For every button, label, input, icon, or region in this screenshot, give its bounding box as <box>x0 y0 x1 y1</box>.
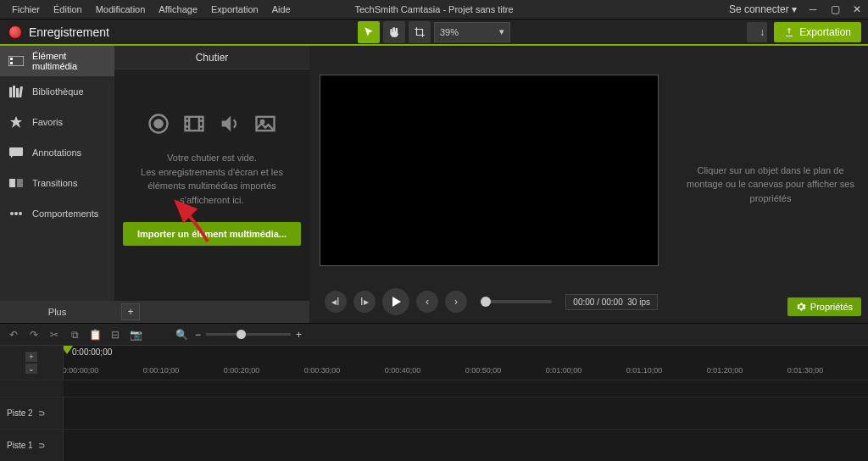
zoom-thumb[interactable] <box>236 330 246 339</box>
copy-button[interactable]: ⧉ <box>66 326 83 343</box>
sidebar-label: Annotations <box>32 147 81 158</box>
svg-rect-8 <box>9 179 15 187</box>
sidebar-item-annotations[interactable]: Annotations <box>0 137 114 168</box>
close-icon[interactable]: ✕ <box>851 3 863 15</box>
zoom-out-icon[interactable]: 🔍 <box>173 326 190 343</box>
svg-rect-0 <box>8 56 24 66</box>
tick: 0:00:40;00 <box>385 366 421 375</box>
add-media-button[interactable]: + <box>121 303 140 320</box>
play-button[interactable] <box>382 288 409 315</box>
props-button-label: Propriétés <box>810 302 853 312</box>
playhead-time: 0:00:00;00 <box>72 347 112 357</box>
zoom-value: 39% <box>440 27 459 37</box>
menu-exportation[interactable]: Exportation <box>204 4 265 14</box>
sidebar-more[interactable]: Plus <box>0 301 114 323</box>
sidebar: Élément multimédia Bibliothèque Favoris … <box>0 46 114 323</box>
undo-button[interactable]: ↶ <box>5 326 22 343</box>
preview-canvas[interactable] <box>320 75 659 266</box>
record-button[interactable]: Enregistrement <box>0 25 118 39</box>
maximize-icon[interactable]: ▢ <box>829 3 841 15</box>
sidebar-item-transitions[interactable]: Transitions <box>0 168 114 198</box>
playback-scrubber[interactable] <box>481 300 552 303</box>
sidebar-label: Comportements <box>32 208 98 219</box>
timeline-ruler[interactable]: 0:00:00;00 0:00:00;00 0:00:10;00 0:00:20… <box>64 346 868 380</box>
tick: 0:00:20;00 <box>224 366 260 375</box>
track-magnet-icon[interactable]: ⊃ <box>38 408 45 418</box>
tick: 0:01:30;00 <box>787 366 824 375</box>
sidebar-label: Favoris <box>32 117 63 127</box>
download-button[interactable]: ↓ <box>747 22 767 42</box>
svg-rect-3 <box>9 87 12 97</box>
more-label: Plus <box>48 307 66 317</box>
cut-button[interactable]: ✂ <box>46 326 63 343</box>
time-display: 00:00 / 00:00 30 ips <box>565 294 658 310</box>
track-controls: + ⌄ <box>0 346 64 380</box>
sidebar-item-media[interactable]: Élément multimédia <box>0 46 114 76</box>
signin-link[interactable]: Se connecter ▾ <box>729 3 797 15</box>
timeline-zoom-slider[interactable] <box>206 333 291 336</box>
snapshot-button[interactable]: 📷 <box>127 326 144 343</box>
svg-point-14 <box>154 119 162 127</box>
image-icon <box>253 112 277 136</box>
window-title: TechSmith Camtasia - Projet sans titre <box>354 4 513 14</box>
track-2[interactable] <box>64 397 868 429</box>
bin-title: Chutier <box>114 46 309 69</box>
preview-panel: ◂Ⅰ Ⅰ▸ ‹ › 00:00 / 00:00 30 ips <box>309 46 673 323</box>
toolbar: Enregistrement 39%▾ ↓ Exportation <box>0 19 868 46</box>
zoom-plus[interactable]: + <box>296 329 302 341</box>
menu-fichier[interactable]: Fichier <box>5 4 47 14</box>
media-icon <box>8 55 24 67</box>
menu-affichage[interactable]: Affichage <box>152 4 204 14</box>
pan-tool[interactable] <box>383 21 405 43</box>
add-track-button[interactable]: + <box>25 352 37 362</box>
redo-button[interactable]: ↷ <box>25 326 42 343</box>
step-forward-button[interactable]: › <box>445 291 467 313</box>
menu-modification[interactable]: Modification <box>89 4 153 14</box>
tick: 0:00:00;00 <box>64 366 98 375</box>
sidebar-label: Transitions <box>32 178 77 188</box>
svg-point-11 <box>14 212 18 215</box>
crop-tool[interactable] <box>409 21 431 43</box>
audio-icon <box>218 112 242 136</box>
minimize-icon[interactable]: ─ <box>807 3 819 15</box>
svg-rect-1 <box>10 58 13 60</box>
next-frame-button[interactable]: Ⅰ▸ <box>353 291 376 313</box>
import-media-button[interactable]: Importer un élément multimédia... <box>123 222 301 246</box>
media-bin: Chutier Votre chutier est vide. Les enre… <box>114 46 309 323</box>
sidebar-item-library[interactable]: Bibliothèque <box>0 76 114 107</box>
menu-aide[interactable]: Aide <box>265 4 298 14</box>
paste-button[interactable]: 📋 <box>86 326 103 343</box>
record-label: Enregistrement <box>29 25 109 39</box>
select-tool[interactable] <box>358 21 380 43</box>
menu-edition[interactable]: Édition <box>47 4 89 14</box>
sidebar-label: Élément multimédia <box>32 51 106 71</box>
step-back-button[interactable]: ‹ <box>416 291 438 313</box>
svg-rect-2 <box>10 62 13 64</box>
export-button[interactable]: Exportation <box>774 22 861 42</box>
track-label-2[interactable]: Piste 2⊃ <box>0 397 64 429</box>
annotation-icon <box>8 147 24 158</box>
split-button[interactable]: ⊟ <box>107 326 124 343</box>
prev-frame-button[interactable]: ◂Ⅰ <box>325 291 347 313</box>
tick: 0:00:50;00 <box>465 366 502 375</box>
properties-button[interactable]: Propriétés <box>787 297 861 316</box>
tick: 0:01:00;00 <box>546 366 582 375</box>
tick: 0:01:20;00 <box>707 366 743 375</box>
sidebar-item-behaviors[interactable]: Comportements <box>0 198 114 229</box>
record-icon <box>8 25 22 39</box>
timeline: ↶ ↷ ✂ ⧉ 📋 ⊟ 📷 🔍 − + + ⌄ 0:00:00;00 0:00:… <box>0 323 868 461</box>
bin-empty-text: Votre chutier est vide. Les enregistreme… <box>126 151 298 207</box>
export-icon <box>784 27 794 37</box>
scrubber-handle[interactable] <box>481 297 491 307</box>
chevron-down-icon: ▾ <box>499 26 504 37</box>
menubar: Fichier Édition Modification Affichage E… <box>0 0 868 19</box>
tick: 0:00:30;00 <box>304 366 341 375</box>
collapse-tracks-button[interactable]: ⌄ <box>25 364 37 374</box>
track-label-1[interactable]: Piste 1⊃ <box>0 430 64 461</box>
tick: 0:00:10;00 <box>143 366 180 375</box>
zoom-minus[interactable]: − <box>195 329 201 341</box>
sidebar-item-favorites[interactable]: Favoris <box>0 107 114 137</box>
track-1[interactable] <box>64 430 868 461</box>
track-magnet-icon[interactable]: ⊃ <box>38 441 45 450</box>
zoom-select[interactable]: 39%▾ <box>434 22 510 42</box>
